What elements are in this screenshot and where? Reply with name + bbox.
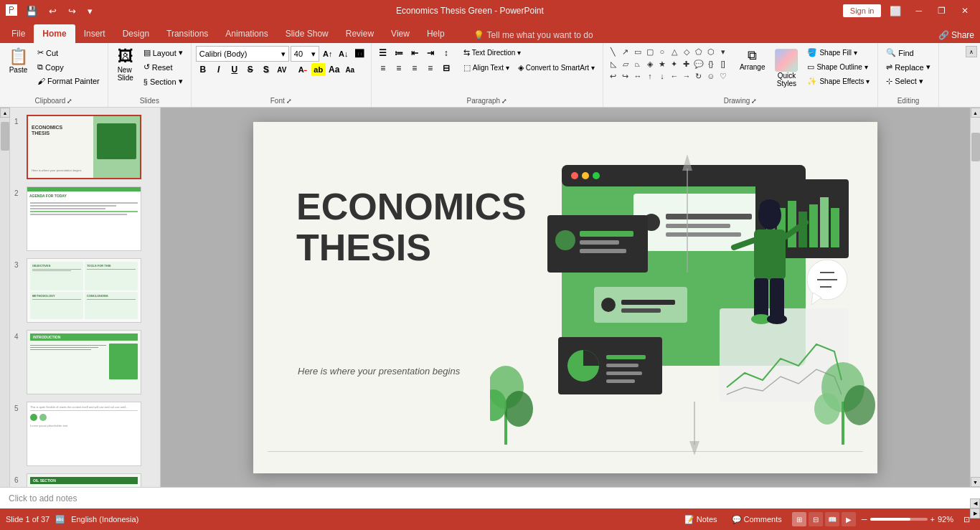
underline-button[interactable]: U — [227, 63, 242, 76]
shape-left-arrow[interactable]: ← — [669, 70, 680, 82]
shape-rt-triangle[interactable]: ◺ — [608, 58, 619, 70]
shape-outline-button[interactable]: ▭ Shape Outline ▾ — [804, 60, 873, 74]
align-right-button[interactable]: ≡ — [407, 62, 422, 75]
tab-insert[interactable]: Insert — [75, 24, 114, 43]
zoom-slider[interactable] — [870, 518, 928, 521]
scroll-up-button[interactable]: ▲ — [0, 108, 10, 118]
tab-animations[interactable]: Animations — [217, 24, 276, 43]
shape-star5[interactable]: ★ — [656, 58, 668, 70]
font-size-up-button[interactable]: Aa — [327, 63, 341, 76]
quick-styles-button[interactable]: Quick Styles — [771, 46, 802, 90]
shape-rounded-rect[interactable]: ▢ — [644, 46, 656, 57]
slide-subtitle[interactable]: Here is where your presentation begins — [298, 366, 460, 377]
section-button[interactable]: § Section ▾ — [140, 75, 187, 88]
slide-thumb-1[interactable]: 1 ECONOMICSTHESIS Here is where your pre… — [13, 113, 157, 181]
font-color-button[interactable]: A▬ — [296, 63, 310, 76]
shape-hexagon[interactable]: ⬡ — [705, 46, 717, 57]
shape-up-arrow[interactable]: ↑ — [644, 70, 656, 82]
tab-view[interactable]: View — [382, 24, 418, 43]
font-size-selector[interactable]: 40 ▾ — [291, 46, 319, 62]
italic-button[interactable]: I — [212, 63, 226, 76]
slideshow-button[interactable]: ▶ — [842, 512, 856, 526]
share-button[interactable]: 🔗 Share — [933, 27, 980, 43]
shape-parallelogram[interactable]: ▱ — [620, 58, 631, 70]
paste-button[interactable]: 📋 Paste — [4, 46, 32, 77]
new-slide-button[interactable]: 🖼 NewSlide — [113, 46, 138, 85]
tab-help[interactable]: Help — [418, 24, 453, 43]
zoom-out-button[interactable]: ─ — [862, 515, 867, 524]
bold-button[interactable]: B — [196, 63, 210, 76]
reading-view-button[interactable]: 📖 — [825, 512, 839, 526]
scroll-up-right-button[interactable]: ▲ — [971, 108, 981, 118]
shape-bracket[interactable]: {} — [705, 58, 717, 70]
copy-button[interactable]: ⧉ Copy — [34, 60, 103, 74]
shape-brace[interactable]: [] — [717, 58, 729, 70]
char-spacing-button[interactable]: AV — [275, 63, 289, 76]
shape-curved-arrow2[interactable]: ↪ — [620, 70, 631, 82]
shape-circular[interactable]: ↻ — [693, 70, 705, 82]
align-text-button[interactable]: ⬚ Align Text ▾ — [460, 61, 513, 75]
slide-thumb-4[interactable]: 4 INTRODUCTION — [13, 328, 157, 396]
clear-formatting-button[interactable]: 🅰 — [352, 47, 367, 60]
font-size-down-button[interactable]: Aa — [343, 63, 357, 76]
shape-heart[interactable]: ♡ — [717, 70, 729, 82]
shape-kite[interactable]: ◈ — [644, 58, 656, 70]
shape-rect[interactable]: ▭ — [632, 46, 644, 57]
shape-down-arrow[interactable]: ↓ — [656, 70, 668, 82]
shape-circle[interactable]: ○ — [656, 46, 668, 57]
save-button[interactable]: 💾 — [22, 4, 42, 18]
shape-right-arrow[interactable]: → — [681, 70, 692, 82]
tab-design[interactable]: Design — [114, 24, 158, 43]
numbering-button[interactable]: ≔ — [392, 47, 406, 60]
shape-trapezoid[interactable]: ⏢ — [632, 58, 644, 70]
undo-button[interactable]: ↩ — [44, 4, 61, 18]
strikethrough-button[interactable]: S — [243, 63, 258, 76]
find-button[interactable]: 🔍 Find — [882, 46, 933, 60]
shape-cross[interactable]: ✚ — [681, 58, 692, 70]
redo-button[interactable]: ↪ — [64, 4, 80, 18]
reset-button[interactable]: ↺ Reset — [140, 60, 187, 74]
select-button[interactable]: ⊹ Select ▾ — [882, 75, 933, 88]
slide-scroll-thumb[interactable] — [1, 122, 9, 151]
canvas-area[interactable]: ECONOMICS THESIS Here is where your pres… — [161, 108, 970, 487]
shape-smiley[interactable]: ☺ — [705, 70, 717, 82]
normal-view-button[interactable]: ⊞ — [792, 512, 806, 526]
layout-button[interactable]: ▤ Layout ▾ — [140, 46, 187, 60]
highlight-color-button[interactable]: ab — [311, 63, 326, 76]
ribbon-collapse-button[interactable]: ∧ — [966, 46, 977, 57]
increase-indent-button[interactable]: ⇥ — [423, 47, 438, 60]
ribbon-display-button[interactable]: ⬜ — [885, 4, 905, 18]
right-scroll-thumb[interactable] — [971, 133, 980, 161]
shape-more[interactable]: ▾ — [717, 46, 729, 57]
tab-file[interactable]: File — [3, 24, 34, 43]
tab-home[interactable]: Home — [34, 24, 75, 43]
shape-effects-button[interactable]: ✨ Shape Effects ▾ — [804, 75, 873, 88]
shape-curved-arrow[interactable]: ↩ — [608, 70, 619, 82]
minimize-button[interactable]: ─ — [910, 4, 928, 17]
text-direction-button[interactable]: ⇆ Text Direction ▾ — [460, 46, 524, 60]
text-shadow-button[interactable]: S — [259, 63, 273, 76]
shape-dbl-arrow[interactable]: ↔ — [632, 70, 644, 82]
tab-slideshow[interactable]: Slide Show — [277, 24, 337, 43]
tab-transitions[interactable]: Transitions — [158, 24, 217, 43]
slide-thumb-2[interactable]: 2 AGENDA FOR TODAY — [13, 185, 157, 252]
notes-bar[interactable]: Click to add notes — [0, 487, 980, 508]
tell-me-box[interactable]: 💡 Tell me what you want to do — [468, 27, 599, 43]
maximize-button[interactable]: ❐ — [932, 4, 951, 17]
font-name-selector[interactable]: Calibri (Body) ▾ — [196, 46, 289, 62]
align-left-button[interactable]: ≡ — [376, 62, 390, 75]
close-button[interactable]: ✕ — [956, 4, 974, 17]
shape-diamond[interactable]: ◇ — [681, 46, 692, 57]
replace-button[interactable]: ⇌ Replace ▾ — [882, 60, 933, 74]
shape-star4[interactable]: ✦ — [669, 58, 680, 70]
slide-thumb-5[interactable]: 5 This is quite flexible of reads the co… — [13, 400, 157, 468]
shape-pentagon[interactable]: ⬠ — [693, 46, 705, 57]
format-painter-button[interactable]: 🖌 Format Painter — [34, 75, 103, 87]
line-spacing-button[interactable]: ↕ — [439, 47, 453, 60]
cut-button[interactable]: ✂ Cut — [34, 46, 103, 60]
font-expand-icon[interactable]: ⤢ — [286, 98, 292, 105]
columns-button[interactable]: ⊟ — [439, 62, 453, 75]
customize-button[interactable]: ▾ — [83, 4, 97, 18]
scroll-down-right-button[interactable]: ▼ — [971, 477, 981, 487]
bullets-button[interactable]: ☰ — [376, 47, 390, 60]
